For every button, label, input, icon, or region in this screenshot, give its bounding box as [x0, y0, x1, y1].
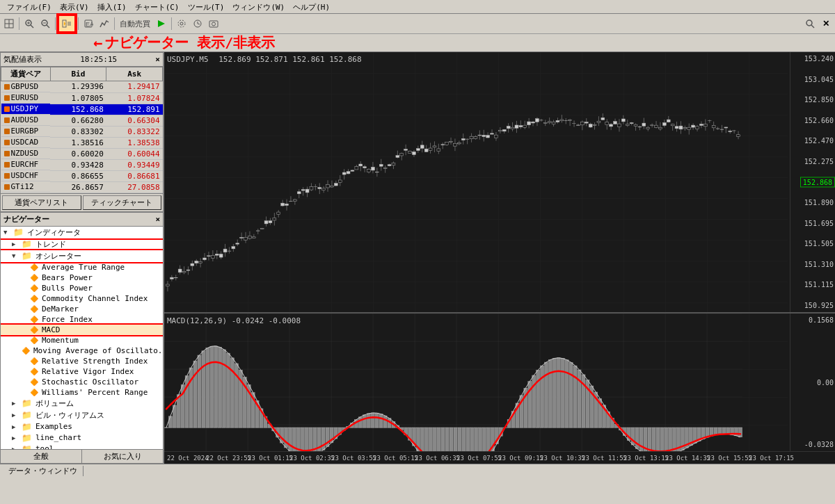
svg-rect-161	[437, 149, 440, 152]
indicator-icon: 🔶	[30, 305, 38, 313]
svg-rect-245	[610, 124, 613, 127]
indicator-btn[interactable]	[97, 16, 112, 31]
svg-point-19	[178, 20, 185, 27]
svg-rect-257	[634, 124, 637, 126]
currency-row-eurgbp[interactable]: EURGBP0.833020.83322	[1, 126, 163, 137]
svg-rect-183	[482, 135, 486, 136]
svg-rect-77	[264, 221, 268, 224]
nav-item-macd[interactable]: 🔶MACD	[1, 325, 163, 335]
currency-row-usdjpy[interactable]: USDJPY152.868152.891	[1, 104, 163, 115]
nav-item-williams'-percent-range[interactable]: 🔶Williams' Percent Range	[1, 387, 163, 398]
currency-pair-list-btn[interactable]: 通貨ペアリスト	[2, 195, 81, 210]
chart-title: USDJPY.M5 152.869 152.871 152.861 152.86…	[167, 55, 362, 64]
market-watch: 気配値表示 18:25:15 × 通貨ペア Bid Ask GBPUSD1.29…	[0, 52, 164, 212]
nav-item-tool[interactable]: ▶📁tool	[1, 444, 163, 450]
indicator-icon: 🔶	[30, 263, 38, 271]
svg-rect-125	[363, 167, 367, 168]
svg-rect-107	[326, 185, 330, 188]
nav-favorites-btn[interactable]: お気に入り	[82, 450, 163, 463]
menu-view[interactable]: 表示(V)	[56, 1, 93, 12]
tree-item-label: Relative Vigor Index	[42, 367, 134, 376]
svg-rect-57	[223, 249, 227, 252]
nav-item-line_chart[interactable]: ▶📁line_chart	[1, 432, 163, 444]
nav-item-ビル・ウィリアムス[interactable]: ▶📁ビル・ウィリアムス	[1, 409, 163, 421]
navigator-close[interactable]: ×	[155, 215, 160, 224]
nav-item-average-true-range[interactable]: 🔶Average True Range	[1, 262, 163, 273]
indicator-icon: 🔶	[30, 274, 38, 282]
nav-item-relative-strength-index[interactable]: 🔶Relative Strength Index	[1, 356, 163, 366]
nav-item-momentum[interactable]: 🔶Momentum	[1, 335, 163, 346]
navigator-title: ナビゲーター	[3, 214, 49, 225]
auto-trade-btn[interactable]	[154, 16, 169, 31]
clock-btn[interactable]	[190, 16, 205, 31]
svg-rect-165	[445, 143, 449, 145]
currency-ask-gti12: 27.0858	[106, 181, 163, 193]
nav-item-bulls-power[interactable]: 🔶Bulls Power	[1, 283, 163, 293]
nav-item-オシレーター[interactable]: ▼📁オシレーター	[1, 250, 163, 262]
svg-rect-103	[318, 188, 321, 189]
currency-row-gbpusd[interactable]: GBPUSD1.293961.29417	[1, 81, 163, 93]
expert-btn[interactable]: EA	[81, 16, 96, 31]
indicator-icon: 🔶	[30, 284, 38, 292]
tick-chart-btn[interactable]: ティックチャート	[83, 195, 162, 210]
svg-rect-159	[433, 146, 436, 147]
menu-window[interactable]: ウィンドウ(W)	[228, 1, 289, 12]
indicator-icon: 🔶	[30, 368, 38, 375]
currency-row-gti12[interactable]: GTi1226.865727.0858	[1, 181, 163, 193]
nav-item-demarker[interactable]: 🔶DeMarker	[1, 304, 163, 314]
svg-rect-119	[351, 170, 354, 171]
currency-bid-audusd: 0.66280	[50, 115, 106, 126]
svg-rect-291	[703, 124, 707, 127]
zoom-out-btn[interactable]	[38, 16, 53, 31]
svg-rect-117	[347, 172, 350, 174]
annotation-text: ナビゲーター 表示/非表示	[105, 33, 275, 52]
svg-rect-91	[293, 200, 296, 202]
svg-rect-295	[712, 125, 715, 127]
nav-item-bears-power[interactable]: 🔶Bears Power	[1, 273, 163, 283]
navigator-toggle-btn[interactable]	[58, 15, 76, 33]
search-btn[interactable]	[802, 16, 818, 31]
currency-row-eurchf[interactable]: EURCHF0.934280.93449	[1, 159, 163, 170]
nav-all-btn[interactable]: 全般	[1, 450, 82, 463]
nav-item-force-index[interactable]: 🔶Force Index	[1, 314, 163, 325]
nav-tree: ▼📁インディケータ▶📁トレンド▼📁オシレーター🔶Average True Ran…	[1, 227, 163, 450]
macd-level-2: -0.0328	[792, 441, 834, 448]
currency-pair-eurusd: EURUSD	[1, 92, 51, 104]
settings-btn[interactable]	[174, 16, 189, 31]
nav-item-examples[interactable]: ▶📁Examples	[1, 421, 163, 432]
currency-row-nzdusd[interactable]: NZDUSD0.600200.60044	[1, 148, 163, 159]
currency-row-audusd[interactable]: AUDUSD0.662800.66304	[1, 115, 163, 126]
svg-rect-221	[560, 120, 564, 121]
currency-row-usdchf[interactable]: USDCHF0.866550.86681	[1, 170, 163, 181]
currency-row-usdcad[interactable]: USDCAD1.385161.38538	[1, 137, 163, 148]
svg-rect-23	[209, 21, 218, 27]
market-watch-close[interactable]: ×	[155, 55, 160, 64]
menubar: ファイル(F) 表示(V) 挿入(I) チャート(C) ツール(T) ウィンドウ…	[0, 0, 835, 14]
menu-chart[interactable]: チャート(C)	[131, 1, 184, 12]
svg-rect-83	[277, 212, 280, 214]
zoom-in-btn[interactable]	[22, 16, 37, 31]
nav-item-インディケータ[interactable]: ▼📁インディケータ	[1, 227, 163, 238]
menu-insert[interactable]: 挿入(I)	[93, 1, 131, 12]
nav-item-ボリューム[interactable]: ▶📁ボリューム	[1, 398, 163, 409]
currency-bid-usdjpy: 152.868	[50, 104, 106, 115]
svg-rect-301	[724, 127, 728, 128]
nav-item-commodity-channel-index[interactable]: 🔶Commodity Channel Index	[1, 293, 163, 304]
svg-rect-95	[301, 190, 305, 190]
new-chart-btn[interactable]	[1, 16, 17, 31]
svg-rect-99	[310, 187, 313, 190]
svg-rect-285	[692, 125, 695, 127]
currency-row-eurusd[interactable]: EURUSD1.078051.07824	[1, 92, 163, 104]
indicator-icon: 🔶	[22, 347, 30, 355]
camera-btn[interactable]	[206, 16, 221, 31]
nav-item-トレンド[interactable]: ▶📁トレンド	[1, 238, 163, 250]
close-btn-top[interactable]: ✕	[818, 16, 834, 31]
menu-file[interactable]: ファイル(F)	[3, 1, 56, 12]
menu-tools[interactable]: ツール(T)	[184, 1, 229, 12]
menu-help[interactable]: ヘルプ(H)	[289, 1, 334, 12]
nav-item-stochastic-oscillator[interactable]: 🔶Stochastic Oscillator	[1, 377, 163, 387]
currency-dot-audusd	[4, 117, 10, 123]
tree-item-label: MACD	[42, 325, 61, 334]
nav-item-moving-average-of-oscillato...[interactable]: 🔶Moving Average of Oscillato...	[1, 346, 163, 356]
nav-item-relative-vigor-index[interactable]: 🔶Relative Vigor Index	[1, 366, 163, 377]
